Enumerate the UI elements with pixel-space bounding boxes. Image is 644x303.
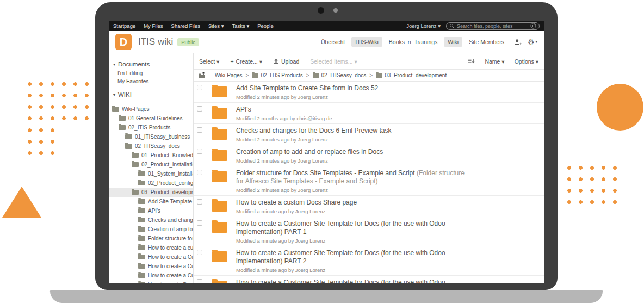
- row-checkbox[interactable]: [197, 250, 202, 255]
- tree-item[interactable]: How to create a Cust: [109, 252, 193, 262]
- folder-icon: [119, 116, 126, 121]
- tree-item[interactable]: How to create a Cust: [109, 271, 193, 280]
- folder-title-link[interactable]: How to create a custom Docs Share page: [236, 199, 467, 207]
- breadcrumb-folder[interactable]: 02_ITISeasy_docs: [313, 72, 367, 78]
- nav-tasks-menu[interactable]: Tasks ▾: [232, 23, 249, 29]
- modified-info: Modified a minute ago by Joerg Lorenz: [236, 208, 540, 214]
- breadcrumb-folder[interactable]: 03_Product_development: [376, 72, 447, 78]
- options-menu-button[interactable]: Options ▾: [515, 58, 538, 65]
- tab-itis-wiki[interactable]: ITIS-Wiki: [351, 37, 382, 47]
- row-checkbox[interactable]: [197, 199, 202, 205]
- sidebar-section-documents[interactable]: ▾ Documents: [109, 60, 193, 69]
- folder-thumbnail-icon[interactable]: [212, 129, 227, 140]
- decor-orange-circle: [597, 84, 643, 131]
- tree-item[interactable]: 01 General Guidelines: [109, 114, 193, 123]
- folder-title-link[interactable]: Folder structure for Docs Site Templates…: [236, 169, 467, 185]
- row-checkbox[interactable]: [197, 170, 202, 175]
- folder-thumbnail-icon[interactable]: [212, 222, 227, 233]
- row-checkbox[interactable]: [197, 220, 202, 226]
- nav-my-files[interactable]: My Files: [144, 23, 163, 29]
- breadcrumb: Wiki-Pages > 02_ITIS Products > 02_ITISe…: [194, 70, 544, 82]
- tree-item[interactable]: Folder structure for D: [109, 234, 193, 243]
- tree-item[interactable]: Creation of amp to a: [109, 225, 193, 234]
- visibility-badge: Public: [177, 38, 199, 46]
- folder-thumbnail-icon[interactable]: [212, 150, 227, 161]
- sidebar-section-wiki[interactable]: ▾ WIKI: [109, 90, 193, 100]
- tree-item[interactable]: 01_System_installatio: [109, 169, 193, 178]
- row-checkbox[interactable]: [197, 127, 202, 133]
- folder-thumbnail-icon[interactable]: [212, 251, 227, 262]
- folder-icon: [138, 264, 145, 269]
- tree-item[interactable]: API's: [109, 206, 193, 215]
- tab-uebersicht[interactable]: Übersicht: [317, 37, 349, 47]
- tree-item[interactable]: 02_ITISeasy_docs: [109, 141, 193, 151]
- gear-glyph: ⚙: [528, 38, 535, 46]
- settings-gear-icon[interactable]: ⚙ ▾: [528, 38, 537, 46]
- user-menu[interactable]: Joerg Lorenz ▾: [406, 23, 441, 29]
- select-menu-button[interactable]: Select ▾: [199, 58, 219, 65]
- laptop-camera-dot: [318, 7, 324, 14]
- search-input[interactable]: [457, 23, 528, 29]
- sidebar-item-im-editing[interactable]: I'm Editing: [109, 69, 193, 77]
- tree-item-label: Creation of amp to a: [148, 226, 193, 232]
- folder-title-link[interactable]: Checks and changes for the Docs 6 Eml Pr…: [236, 127, 467, 135]
- folder-thumbnail-icon[interactable]: [212, 171, 227, 182]
- tree-item-label: How to create a Cust: [148, 263, 193, 269]
- folder-title-link[interactable]: Add Site Template to Create Site form in…: [236, 84, 467, 92]
- tab-books-n-trainings[interactable]: Books_n_Trainings: [385, 37, 442, 47]
- breadcrumb-root[interactable]: Wiki-Pages: [215, 72, 243, 78]
- tree-item[interactable]: 01_Product_Knowledge: [109, 151, 193, 160]
- sort-order-icon[interactable]: [468, 58, 475, 64]
- nav-people[interactable]: People: [257, 23, 274, 29]
- folder-thumbnail-icon[interactable]: [212, 201, 227, 212]
- folder-title-link[interactable]: Creation of amp to add and or replace fi…: [236, 148, 467, 156]
- table-row: Add Site Template to Create Site form in…: [194, 82, 544, 103]
- row-checkbox[interactable]: [197, 85, 202, 90]
- site-logo[interactable]: D: [115, 34, 132, 50]
- tab-site-members[interactable]: Site Members: [465, 37, 508, 47]
- breadcrumb-folder[interactable]: 02_ITIS Products: [252, 72, 302, 78]
- sort-field-button[interactable]: Name ▾: [485, 58, 504, 65]
- upload-button[interactable]: Upload: [273, 58, 299, 65]
- folder-title-link[interactable]: How to create a Customer Site Template f…: [236, 220, 467, 236]
- tab-wiki[interactable]: Wiki: [444, 37, 462, 47]
- folder-thumbnail-icon[interactable]: [212, 281, 227, 283]
- row-checkbox[interactable]: [197, 279, 202, 283]
- tree-item[interactable]: How to create a cust: [109, 243, 193, 252]
- tree-item-selected[interactable]: 03_Product_developme: [109, 188, 193, 197]
- folder-thumbnail-icon[interactable]: [212, 86, 227, 97]
- folder-icon: [138, 181, 145, 185]
- folder-list: Add Site Template to Create Site form in…: [194, 82, 544, 283]
- folder-title-link[interactable]: How to create a Customer Site Template f…: [236, 249, 467, 265]
- tree-item-label: 01_Product_Knowledge: [141, 152, 193, 158]
- tree-item-wiki-pages[interactable]: Wiki-Pages: [109, 104, 193, 114]
- folder-icon: [138, 255, 145, 259]
- folder-title-link[interactable]: API's: [236, 106, 467, 114]
- search-clear-icon[interactable]: [530, 23, 536, 29]
- add-user-icon[interactable]: [514, 39, 522, 46]
- selected-items-button[interactable]: Selected Items... ▾: [310, 58, 357, 65]
- tree-item[interactable]: Add Site Template to: [109, 197, 193, 206]
- tree-item-label: 01_System_installatio: [148, 171, 193, 177]
- row-checkbox[interactable]: [197, 106, 202, 112]
- tree-item[interactable]: 02_Product_configur: [109, 178, 193, 188]
- folder-thumbnail-icon[interactable]: [212, 108, 227, 119]
- tree-item[interactable]: 02_ITIS Products: [109, 123, 193, 132]
- folder-title-link[interactable]: How to create a Customer Site Template f…: [236, 279, 467, 283]
- tree-item[interactable]: How to create a Cust: [109, 262, 193, 271]
- site-header: D ITIS wiki Public Übersicht ITIS-Wiki B…: [109, 31, 544, 53]
- folder-icon: [138, 171, 145, 176]
- nav-startpage[interactable]: Startpage: [113, 23, 135, 29]
- folder-icon: [138, 227, 145, 232]
- tree-item[interactable]: How to create Docs F: [109, 280, 193, 283]
- tree-item[interactable]: 01_ITISeasy_business: [109, 132, 193, 141]
- sidebar-item-my-favorites[interactable]: My Favorites: [109, 77, 193, 85]
- row-checkbox[interactable]: [197, 149, 202, 154]
- tree-item[interactable]: Checks and changes: [109, 215, 193, 225]
- folder-up-icon[interactable]: [198, 72, 206, 79]
- nav-shared-files[interactable]: Shared Files: [171, 23, 200, 29]
- create-menu-button[interactable]: + Create... ▾: [230, 58, 262, 65]
- folder-icon: [112, 107, 119, 112]
- nav-sites-menu[interactable]: Sites ▾: [208, 23, 224, 29]
- tree-item[interactable]: 02_Product_Installation_: [109, 160, 193, 169]
